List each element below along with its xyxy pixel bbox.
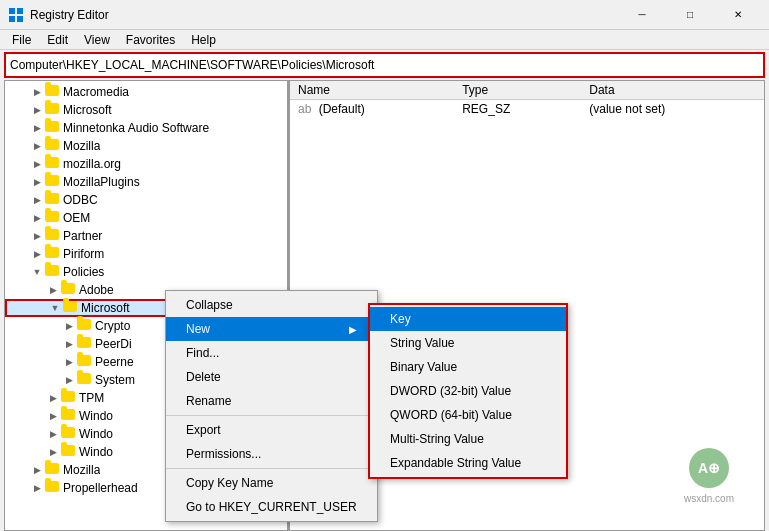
submenu-qword-value[interactable]: QWORD (64-bit) Value <box>370 403 566 427</box>
folder-icon <box>45 85 61 99</box>
expand-icon: ▶ <box>29 246 45 262</box>
submenu-string-value[interactable]: String Value <box>370 331 566 355</box>
ctx-collapse[interactable]: Collapse <box>166 293 377 317</box>
close-button[interactable]: ✕ <box>715 0 761 30</box>
folder-icon <box>61 283 77 297</box>
col-type[interactable]: Type <box>454 81 581 100</box>
tree-label: Macromedia <box>63 85 129 99</box>
folder-icon <box>45 265 61 279</box>
ctx-separator-2 <box>166 468 377 469</box>
tree-item-odbc[interactable]: ▶ ODBC <box>5 191 287 209</box>
expand-icon: ▶ <box>61 354 77 370</box>
tree-label: Crypto <box>95 319 130 333</box>
menu-edit[interactable]: Edit <box>39 31 76 49</box>
ctx-copy-key-name[interactable]: Copy Key Name <box>166 471 377 495</box>
tree-label: MozillaPlugins <box>63 175 140 189</box>
cell-name-text: (Default) <box>319 102 365 116</box>
folder-icon <box>77 337 93 351</box>
maximize-button[interactable]: □ <box>667 0 713 30</box>
watermark-text: wsxdn.com <box>669 493 749 504</box>
tree-item-oem[interactable]: ▶ OEM <box>5 209 287 227</box>
folder-icon <box>45 211 61 225</box>
tree-label: Windo <box>79 427 113 441</box>
watermark: A⊕ wsxdn.com <box>669 446 749 506</box>
folder-icon <box>45 247 61 261</box>
expand-icon: ▶ <box>29 228 45 244</box>
address-input[interactable] <box>10 58 759 72</box>
tree-item-policies[interactable]: ▼ Policies <box>5 263 287 281</box>
folder-icon <box>45 193 61 207</box>
menu-file[interactable]: File <box>4 31 39 49</box>
tree-label: Microsoft <box>63 103 112 117</box>
tree-item-mozillaorg[interactable]: ▶ mozilla.org <box>5 155 287 173</box>
tree-item-mozilla[interactable]: ▶ Mozilla <box>5 137 287 155</box>
ctx-permissions[interactable]: Permissions... <box>166 442 377 466</box>
expand-icon: ▶ <box>45 408 61 424</box>
folder-icon <box>61 409 77 423</box>
svg-rect-0 <box>9 8 15 14</box>
submenu-expandable-string-value[interactable]: Expandable String Value <box>370 451 566 475</box>
tree-item-partner[interactable]: ▶ Partner <box>5 227 287 245</box>
tree-item-piriform[interactable]: ▶ Piriform <box>5 245 287 263</box>
svg-rect-1 <box>17 8 23 14</box>
menu-bar: File Edit View Favorites Help <box>0 30 769 50</box>
folder-icon <box>45 463 61 477</box>
ctx-rename[interactable]: Rename <box>166 389 377 413</box>
ctx-goto-hkcu[interactable]: Go to HKEY_CURRENT_USER <box>166 495 377 519</box>
tree-item-microsoft-sw[interactable]: ▶ Microsoft <box>5 101 287 119</box>
address-bar <box>4 52 765 78</box>
tree-label: ODBC <box>63 193 98 207</box>
submenu: Key String Value Binary Value DWORD (32-… <box>368 303 568 479</box>
folder-icon <box>45 175 61 189</box>
expand-icon: ▶ <box>29 462 45 478</box>
ctx-delete[interactable]: Delete <box>166 365 377 389</box>
folder-icon <box>63 301 79 315</box>
tree-item-mozillaplugins[interactable]: ▶ MozillaPlugins <box>5 173 287 191</box>
expand-icon: ▶ <box>29 480 45 496</box>
folder-icon <box>61 427 77 441</box>
submenu-binary-value[interactable]: Binary Value <box>370 355 566 379</box>
title-bar: Registry Editor ─ □ ✕ <box>0 0 769 30</box>
menu-help[interactable]: Help <box>183 31 224 49</box>
cell-type: REG_SZ <box>454 100 581 119</box>
tree-label: OEM <box>63 211 90 225</box>
minimize-button[interactable]: ─ <box>619 0 665 30</box>
expand-icon: ▶ <box>45 282 61 298</box>
expand-icon: ▼ <box>47 300 63 316</box>
tree-label: Piriform <box>63 247 104 261</box>
watermark-icon: A⊕ <box>679 446 739 491</box>
expand-icon: ▶ <box>61 318 77 334</box>
tree-label: Adobe <box>79 283 114 297</box>
expand-icon: ▶ <box>29 192 45 208</box>
menu-view[interactable]: View <box>76 31 118 49</box>
context-menu: Collapse New ▶ Find... Delete Rename Exp… <box>165 290 378 522</box>
svg-text:A⊕: A⊕ <box>698 460 720 476</box>
folder-icon <box>45 157 61 171</box>
submenu-dword-value[interactable]: DWORD (32-bit) Value <box>370 379 566 403</box>
folder-icon <box>45 121 61 135</box>
ctx-export[interactable]: Export <box>166 418 377 442</box>
tree-label: PeerDi <box>95 337 132 351</box>
table-row[interactable]: ab (Default) REG_SZ (value not set) <box>290 100 764 119</box>
folder-icon <box>77 355 93 369</box>
tree-item-macromedia[interactable]: ▶ Macromedia <box>5 83 287 101</box>
ctx-find[interactable]: Find... <box>166 341 377 365</box>
col-data[interactable]: Data <box>581 81 764 100</box>
expand-icon: ▶ <box>29 156 45 172</box>
tree-item-minnetonka[interactable]: ▶ Minnetonka Audio Software <box>5 119 287 137</box>
col-name[interactable]: Name <box>290 81 454 100</box>
tree-label: Peerne <box>95 355 134 369</box>
cell-data: (value not set) <box>581 100 764 119</box>
ctx-new[interactable]: New ▶ <box>166 317 377 341</box>
app-icon <box>8 7 24 23</box>
folder-icon <box>61 391 77 405</box>
svg-rect-3 <box>17 16 23 22</box>
folder-icon <box>45 103 61 117</box>
expand-icon: ▶ <box>45 444 61 460</box>
window-controls: ─ □ ✕ <box>619 0 761 30</box>
expand-icon: ▶ <box>29 102 45 118</box>
menu-favorites[interactable]: Favorites <box>118 31 183 49</box>
submenu-multi-string-value[interactable]: Multi-String Value <box>370 427 566 451</box>
submenu-key[interactable]: Key <box>370 307 566 331</box>
expand-icon: ▶ <box>45 426 61 442</box>
